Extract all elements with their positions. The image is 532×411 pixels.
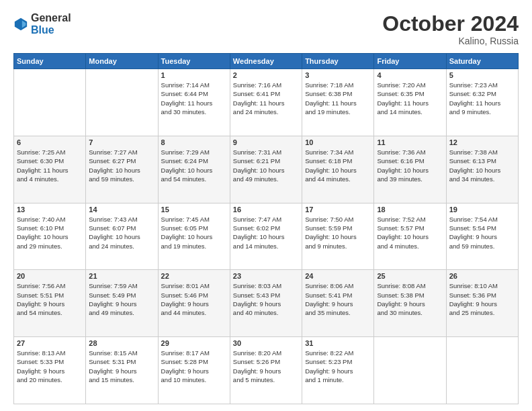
- calendar-cell: [446, 337, 518, 404]
- page: General Blue October 2024 Kalino, Russia…: [0, 0, 532, 411]
- day-number: 21: [89, 272, 154, 280]
- day-number: 6: [17, 138, 83, 146]
- cell-content: Sunrise: 7:18 AM Sunset: 6:38 PM Dayligh…: [305, 81, 371, 116]
- calendar-cell: 5Sunrise: 7:23 AM Sunset: 6:32 PM Daylig…: [446, 69, 518, 136]
- day-number: 10: [305, 138, 371, 146]
- day-number: 18: [377, 205, 443, 214]
- day-number: 12: [449, 138, 515, 146]
- calendar-cell: 7Sunrise: 7:27 AM Sunset: 6:27 PM Daylig…: [86, 136, 158, 203]
- cell-content: Sunrise: 7:16 AM Sunset: 6:41 PM Dayligh…: [233, 81, 299, 116]
- logo-general-label: General: [31, 12, 71, 24]
- col-monday: Monday: [86, 54, 158, 69]
- day-number: 30: [233, 339, 299, 347]
- calendar-cell: 12Sunrise: 7:38 AM Sunset: 6:13 PM Dayli…: [446, 136, 518, 203]
- col-tuesday: Tuesday: [158, 54, 230, 69]
- day-number: 14: [89, 205, 154, 214]
- cell-content: Sunrise: 7:20 AM Sunset: 6:35 PM Dayligh…: [377, 81, 443, 116]
- calendar-cell: 6Sunrise: 7:25 AM Sunset: 6:30 PM Daylig…: [14, 136, 86, 203]
- calendar-cell: 17Sunrise: 7:50 AM Sunset: 5:59 PM Dayli…: [302, 203, 374, 270]
- cell-content: Sunrise: 7:40 AM Sunset: 6:10 PM Dayligh…: [17, 215, 83, 250]
- day-number: 29: [161, 339, 227, 347]
- header: General Blue October 2024 Kalino, Russia: [13, 12, 519, 46]
- calendar-cell: 26Sunrise: 8:10 AM Sunset: 5:36 PM Dayli…: [446, 270, 518, 337]
- col-sunday: Sunday: [14, 54, 86, 69]
- calendar-cell: 22Sunrise: 8:01 AM Sunset: 5:46 PM Dayli…: [158, 270, 230, 337]
- calendar-cell: 28Sunrise: 8:15 AM Sunset: 5:31 PM Dayli…: [86, 337, 158, 404]
- calendar-cell: 31Sunrise: 8:22 AM Sunset: 5:23 PM Dayli…: [302, 337, 374, 404]
- cell-content: Sunrise: 8:10 AM Sunset: 5:36 PM Dayligh…: [449, 281, 515, 317]
- day-number: 7: [89, 138, 154, 146]
- col-friday: Friday: [374, 54, 446, 69]
- day-number: 15: [161, 205, 227, 214]
- cell-content: Sunrise: 7:27 AM Sunset: 6:27 PM Dayligh…: [89, 148, 154, 183]
- calendar-cell: 14Sunrise: 7:43 AM Sunset: 6:07 PM Dayli…: [86, 203, 158, 270]
- calendar-cell: 8Sunrise: 7:29 AM Sunset: 6:24 PM Daylig…: [158, 136, 230, 203]
- cell-content: Sunrise: 8:17 AM Sunset: 5:28 PM Dayligh…: [161, 349, 227, 384]
- cell-content: Sunrise: 7:25 AM Sunset: 6:30 PM Dayligh…: [17, 148, 83, 183]
- calendar-cell: 24Sunrise: 8:06 AM Sunset: 5:41 PM Dayli…: [302, 270, 374, 337]
- day-number: 4: [377, 71, 443, 79]
- calendar-cell: 15Sunrise: 7:45 AM Sunset: 6:05 PM Dayli…: [158, 203, 230, 270]
- location: Kalino, Russia: [382, 36, 519, 46]
- cell-content: Sunrise: 7:50 AM Sunset: 5:59 PM Dayligh…: [305, 215, 371, 250]
- day-number: 17: [305, 205, 371, 214]
- col-thursday: Thursday: [302, 54, 374, 69]
- cell-content: Sunrise: 8:03 AM Sunset: 5:43 PM Dayligh…: [233, 281, 299, 317]
- col-saturday: Saturday: [446, 54, 518, 69]
- day-number: 20: [17, 272, 83, 280]
- calendar-cell: 9Sunrise: 7:31 AM Sunset: 6:21 PM Daylig…: [230, 136, 302, 203]
- cell-content: Sunrise: 8:15 AM Sunset: 5:31 PM Dayligh…: [89, 349, 154, 384]
- calendar-cell: 25Sunrise: 8:08 AM Sunset: 5:38 PM Dayli…: [374, 270, 446, 337]
- day-number: 22: [161, 272, 227, 280]
- calendar-cell: 11Sunrise: 7:36 AM Sunset: 6:16 PM Dayli…: [374, 136, 446, 203]
- day-number: 19: [449, 205, 515, 214]
- cell-content: Sunrise: 7:34 AM Sunset: 6:18 PM Dayligh…: [305, 148, 371, 183]
- calendar-cell: [14, 69, 86, 136]
- calendar-cell: 2Sunrise: 7:16 AM Sunset: 6:41 PM Daylig…: [230, 69, 302, 136]
- header-row: Sunday Monday Tuesday Wednesday Thursday…: [14, 54, 519, 69]
- title-block: October 2024 Kalino, Russia: [382, 12, 519, 46]
- calendar-week-2: 6Sunrise: 7:25 AM Sunset: 6:30 PM Daylig…: [14, 136, 519, 203]
- calendar-cell: 23Sunrise: 8:03 AM Sunset: 5:43 PM Dayli…: [230, 270, 302, 337]
- cell-content: Sunrise: 7:47 AM Sunset: 6:02 PM Dayligh…: [233, 215, 299, 250]
- calendar-cell: 4Sunrise: 7:20 AM Sunset: 6:35 PM Daylig…: [374, 69, 446, 136]
- logo-text: General Blue: [31, 12, 71, 36]
- calendar-week-5: 27Sunrise: 8:13 AM Sunset: 5:33 PM Dayli…: [14, 337, 519, 404]
- day-number: 26: [449, 272, 515, 280]
- calendar-week-1: 1Sunrise: 7:14 AM Sunset: 6:44 PM Daylig…: [14, 69, 519, 136]
- calendar-cell: 30Sunrise: 8:20 AM Sunset: 5:26 PM Dayli…: [230, 337, 302, 404]
- day-number: 1: [161, 71, 227, 79]
- day-number: 2: [233, 71, 299, 79]
- day-number: 11: [377, 138, 443, 146]
- day-number: 5: [449, 71, 515, 79]
- day-number: 27: [17, 339, 83, 347]
- calendar-cell: 29Sunrise: 8:17 AM Sunset: 5:28 PM Dayli…: [158, 337, 230, 404]
- cell-content: Sunrise: 8:01 AM Sunset: 5:46 PM Dayligh…: [161, 281, 227, 317]
- calendar-cell: 10Sunrise: 7:34 AM Sunset: 6:18 PM Dayli…: [302, 136, 374, 203]
- calendar-week-3: 13Sunrise: 7:40 AM Sunset: 6:10 PM Dayli…: [14, 203, 519, 270]
- day-number: 16: [233, 205, 299, 214]
- day-number: 25: [377, 272, 443, 280]
- day-number: 9: [233, 138, 299, 146]
- month-title: October 2024: [382, 12, 519, 36]
- calendar-cell: 1Sunrise: 7:14 AM Sunset: 6:44 PM Daylig…: [158, 69, 230, 136]
- col-wednesday: Wednesday: [230, 54, 302, 69]
- cell-content: Sunrise: 7:56 AM Sunset: 5:51 PM Dayligh…: [17, 281, 83, 317]
- calendar-week-4: 20Sunrise: 7:56 AM Sunset: 5:51 PM Dayli…: [14, 270, 519, 337]
- calendar-cell: 27Sunrise: 8:13 AM Sunset: 5:33 PM Dayli…: [14, 337, 86, 404]
- cell-content: Sunrise: 7:36 AM Sunset: 6:16 PM Dayligh…: [377, 148, 443, 183]
- day-number: 31: [305, 339, 371, 347]
- calendar-header: Sunday Monday Tuesday Wednesday Thursday…: [14, 54, 519, 69]
- day-number: 3: [305, 71, 371, 79]
- cell-content: Sunrise: 7:38 AM Sunset: 6:13 PM Dayligh…: [449, 148, 515, 183]
- cell-content: Sunrise: 7:43 AM Sunset: 6:07 PM Dayligh…: [89, 215, 154, 250]
- cell-content: Sunrise: 7:52 AM Sunset: 5:57 PM Dayligh…: [377, 215, 443, 250]
- calendar-cell: [374, 337, 446, 404]
- cell-content: Sunrise: 8:20 AM Sunset: 5:26 PM Dayligh…: [233, 349, 299, 384]
- cell-content: Sunrise: 7:14 AM Sunset: 6:44 PM Dayligh…: [161, 81, 227, 116]
- cell-content: Sunrise: 8:06 AM Sunset: 5:41 PM Dayligh…: [305, 281, 371, 317]
- day-number: 24: [305, 272, 371, 280]
- cell-content: Sunrise: 8:08 AM Sunset: 5:38 PM Dayligh…: [377, 281, 443, 317]
- day-number: 23: [233, 272, 299, 280]
- cell-content: Sunrise: 7:31 AM Sunset: 6:21 PM Dayligh…: [233, 148, 299, 183]
